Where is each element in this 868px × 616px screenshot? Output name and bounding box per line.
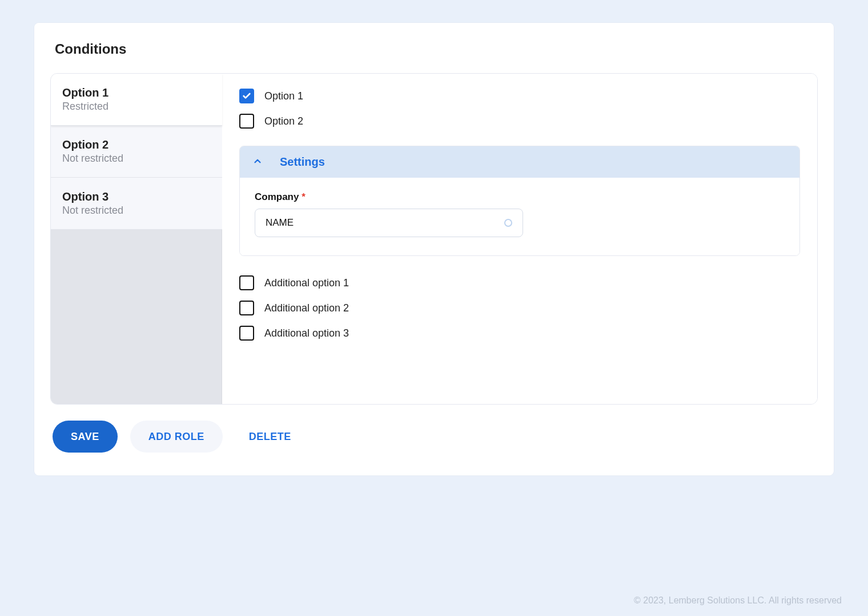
sidebar-item-title: Option 3 [62, 190, 211, 203]
delete-button[interactable]: DELETE [235, 421, 305, 453]
additional-options: Additional option 1 Additional option 2 … [239, 275, 800, 341]
option-1-row: Option 1 [239, 89, 800, 103]
additional-option-1-row: Additional option 1 [239, 275, 800, 290]
option-2-row: Option 2 [239, 114, 800, 129]
sidebar-item-subtitle: Restricted [62, 101, 211, 113]
settings-accordion-title: Settings [280, 155, 325, 169]
additional-option-1-label: Additional option 1 [264, 277, 349, 289]
footer-copyright: © 2023, Lemberg Solutions LLC. All right… [634, 595, 842, 606]
option-2-checkbox[interactable] [239, 114, 254, 129]
additional-option-2-row: Additional option 2 [239, 301, 800, 315]
additional-option-2-label: Additional option 2 [264, 302, 349, 314]
conditions-panel: Option 1 Restricted Option 2 Not restric… [50, 73, 818, 405]
content-area: Option 1 Option 2 Settings Company [222, 74, 817, 404]
company-select[interactable]: NAME [255, 209, 523, 237]
settings-accordion: Settings Company * NAME [239, 146, 800, 256]
option-2-label: Option 2 [264, 115, 303, 127]
sidebar-item-title: Option 1 [62, 86, 211, 99]
sidebar-item-subtitle: Not restricted [62, 205, 211, 217]
settings-accordion-header[interactable]: Settings [240, 146, 799, 178]
page-title: Conditions [55, 41, 818, 57]
company-select-value: NAME [266, 217, 294, 229]
additional-option-3-checkbox[interactable] [239, 326, 254, 341]
sidebar-item-option-3[interactable]: Option 3 Not restricted [51, 178, 222, 230]
additional-option-2-checkbox[interactable] [239, 301, 254, 315]
chevron-up-icon [252, 156, 263, 169]
add-role-button[interactable]: ADD ROLE [130, 421, 223, 453]
sidebar-item-option-2[interactable]: Option 2 Not restricted [51, 126, 222, 178]
check-icon [242, 91, 251, 101]
required-mark: * [302, 191, 306, 202]
sidebar-item-option-1[interactable]: Option 1 Restricted [51, 74, 222, 126]
settings-accordion-body: Company * NAME [240, 178, 799, 255]
additional-option-3-row: Additional option 3 [239, 326, 800, 341]
save-button[interactable]: SAVE [53, 421, 118, 453]
action-bar: SAVE ADD ROLE DELETE [53, 421, 818, 453]
additional-option-1-checkbox[interactable] [239, 275, 254, 290]
conditions-card: Conditions Option 1 Restricted Option 2 … [34, 23, 834, 475]
loading-circle-icon [504, 219, 512, 227]
option-1-label: Option 1 [264, 90, 303, 102]
company-field-label: Company * [255, 191, 785, 203]
company-label-text: Company [255, 191, 299, 202]
options-sidebar: Option 1 Restricted Option 2 Not restric… [51, 74, 222, 404]
sidebar-item-subtitle: Not restricted [62, 153, 211, 165]
option-1-checkbox[interactable] [239, 89, 254, 103]
sidebar-item-title: Option 2 [62, 138, 211, 151]
additional-option-3-label: Additional option 3 [264, 327, 349, 339]
